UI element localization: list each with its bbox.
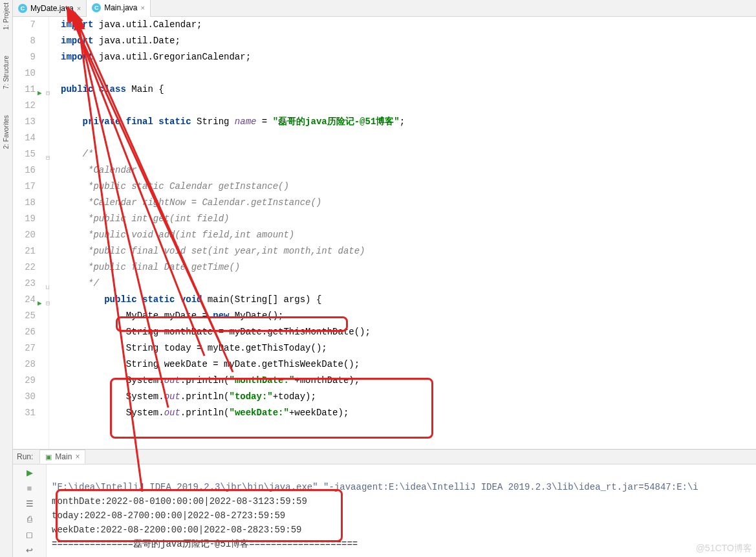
line-number[interactable]: 20 [13, 227, 36, 243]
run-config-icon: ▣ [45, 453, 52, 461]
run-tab-main[interactable]: ▣ Main × [39, 450, 85, 464]
console-command: "E:\idea\IntelliJ IDEA 2019.2.3\jbr\bin\… [52, 482, 698, 492]
line-number[interactable]: 23 [13, 276, 36, 292]
line-number[interactable]: 17 [13, 179, 36, 195]
tab-main-java[interactable]: C Main.java × [87, 0, 151, 17]
run-gutter-icon[interactable]: ▶ [38, 296, 42, 312]
line-number[interactable]: 7 [13, 17, 36, 33]
console-line: today:2022-08-2700:00:00|2022-08-2723:59… [52, 510, 285, 521]
run-tool-window: Run: ▣ Main × ▶ ■ ☰ ⎙ ◻ ↩ "E:\idea\Intel… [13, 449, 756, 557]
console-line: ===============磊哥的java历险记-@51博客=========… [52, 539, 358, 549]
code-editor[interactable]: 7891011▶⊟12131415⊟1617181920212223⊔24▶⊟2… [13, 17, 756, 449]
ide-left-sidebar: 1: Project 7: Structure 2: Favorites [0, 0, 13, 557]
line-number[interactable]: 15 [13, 146, 36, 162]
soft-wrap-icon[interactable]: ↩ [25, 545, 35, 555]
line-number[interactable]: 14 [13, 130, 36, 146]
code-area[interactable]: import java.util.Calendar; import java.u… [49, 17, 756, 449]
line-number[interactable]: 13 [13, 114, 36, 130]
line-number[interactable]: 11 [13, 82, 36, 98]
watermark: @51CTO博客 [696, 543, 752, 554]
run-toolbar: ▶ ■ ☰ ⎙ ◻ ↩ [13, 464, 47, 557]
close-icon[interactable]: × [77, 5, 81, 12]
line-number[interactable]: 19 [13, 211, 36, 227]
fold-icon[interactable]: ⊟ [45, 150, 51, 166]
tab-mydate-java[interactable]: C MyDate.java × [13, 0, 87, 17]
line-number[interactable]: 22 [13, 259, 36, 276]
line-number[interactable]: 29 [13, 373, 36, 389]
layout-icon[interactable]: ☰ [25, 498, 35, 508]
console-line: monthDate:2022-08-0100:00:00|2022-08-312… [52, 496, 307, 507]
fold-icon[interactable]: ⊟ [45, 296, 51, 312]
capture-icon[interactable]: ◻ [25, 529, 35, 540]
line-number[interactable]: 31 [13, 405, 36, 421]
sidebar-structure-tab[interactable]: 7: Structure [3, 56, 10, 89]
console-line: weekDate:2022-08-2200:00:00|2022-08-2823… [52, 525, 301, 535]
close-icon[interactable]: × [141, 4, 145, 12]
console-output[interactable]: "E:\idea\IntelliJ IDEA 2019.2.3\jbr\bin\… [47, 464, 756, 557]
stop-icon[interactable]: ■ [25, 483, 35, 493]
line-number[interactable]: 28 [13, 356, 36, 373]
class-file-icon: C [18, 4, 27, 13]
run-tab-label: Main [55, 452, 72, 461]
close-icon[interactable]: × [75, 452, 80, 461]
class-file-icon: C [92, 3, 101, 12]
line-number[interactable]: 30 [13, 389, 36, 405]
run-gutter-icon[interactable]: ▶ [38, 85, 42, 102]
line-number[interactable]: 27 [13, 340, 36, 356]
sidebar-favorites-tab[interactable]: 2: Favorites [3, 115, 10, 149]
sidebar-project-tab[interactable]: 1: Project [3, 3, 10, 30]
line-number[interactable]: 18 [13, 195, 36, 211]
line-number[interactable]: 8 [13, 33, 36, 49]
line-number[interactable]: 12 [13, 98, 36, 114]
editor-gutter[interactable]: 7891011▶⊟12131415⊟1617181920212223⊔24▶⊟2… [13, 17, 49, 449]
tab-label: Main.java [104, 3, 137, 12]
line-number[interactable]: 21 [13, 243, 36, 259]
line-number[interactable]: 16 [13, 162, 36, 179]
run-header: Run: ▣ Main × [13, 450, 756, 464]
run-title: Run: [17, 452, 33, 461]
editor-tabs: C MyDate.java × C Main.java × [13, 0, 756, 17]
line-number[interactable]: 9 [13, 49, 36, 65]
fold-end-icon[interactable]: ⊔ [45, 279, 51, 296]
line-number[interactable]: 10 [13, 65, 36, 82]
line-number[interactable]: 26 [13, 324, 36, 340]
line-number[interactable]: 25 [13, 308, 36, 324]
export-icon[interactable]: ⎙ [25, 514, 35, 524]
line-number[interactable]: 24 [13, 292, 36, 308]
tab-label: MyDate.java [30, 4, 74, 13]
rerun-icon[interactable]: ▶ [25, 467, 35, 477]
fold-icon[interactable]: ⊟ [45, 85, 51, 102]
